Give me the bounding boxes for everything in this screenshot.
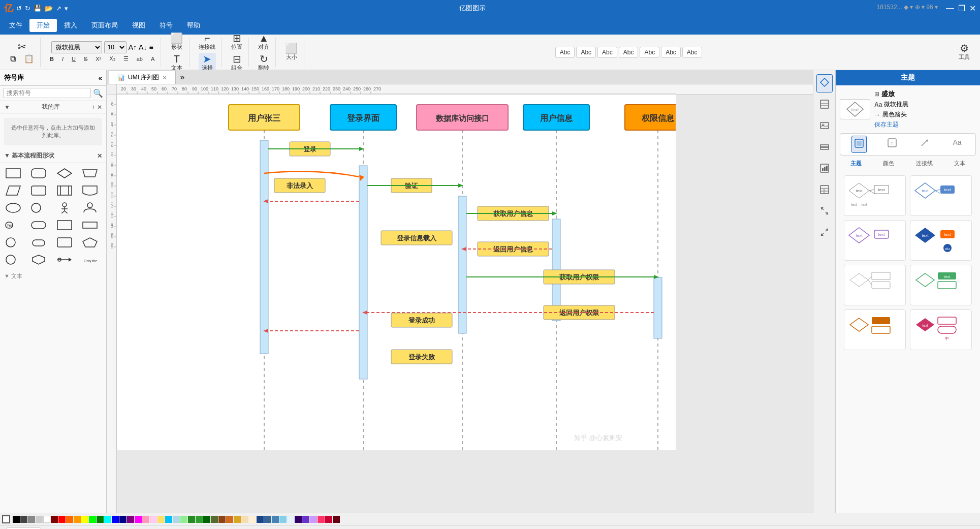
color-swatch-34[interactable]	[302, 516, 309, 523]
shape-circle2[interactable]	[3, 235, 23, 250]
shape-note[interactable]: Only the...	[80, 252, 100, 267]
color-swatch-16[interactable]	[165, 516, 172, 523]
color-mode-btn[interactable]: ≡	[885, 136, 899, 153]
shape-person[interactable]	[54, 200, 75, 215]
color-swatch-2[interactable]	[58, 516, 66, 523]
menu-layout[interactable]: 页面布局	[84, 19, 125, 32]
shape-rounded-rect2[interactable]	[28, 183, 49, 198]
shape-pentagon[interactable]	[80, 235, 100, 250]
theme-mode-btn[interactable]	[851, 136, 867, 153]
color-swatch-gray[interactable]	[28, 516, 35, 523]
color-swatch-4[interactable]	[74, 516, 81, 523]
font-name[interactable]: 微软推黑	[884, 100, 908, 109]
color-swatch-24[interactable]	[226, 516, 233, 523]
fill-color-btn[interactable]	[2, 515, 10, 523]
theme-card-2[interactable]: text text	[910, 175, 972, 216]
shape-yes-no[interactable]: Yes	[3, 217, 23, 233]
menu-file[interactable]: 文件	[2, 19, 29, 32]
shape-process[interactable]	[54, 183, 75, 198]
canvas-tool-chart[interactable]	[817, 161, 832, 178]
tools-btn[interactable]: ⚙ 工具	[956, 42, 973, 62]
shape-circle[interactable]	[28, 200, 49, 215]
color-swatch-14[interactable]	[150, 516, 157, 523]
color-swatch-6[interactable]	[89, 516, 96, 523]
rotate-btn[interactable]: ↻ 翻转	[255, 53, 272, 73]
color-swatch-10[interactable]	[119, 516, 127, 523]
undo-btn[interactable]: ↺	[16, 5, 22, 12]
font-size-decrease-btn[interactable]: A↓	[139, 43, 147, 51]
style-abc-5[interactable]: Abc	[640, 47, 659, 58]
more-btn[interactable]: ▾	[65, 5, 68, 12]
style-abc-4[interactable]: Abc	[619, 47, 639, 58]
color-swatch-5[interactable]	[81, 516, 88, 523]
superscript-btn[interactable]: X²	[92, 55, 104, 63]
theme-card-7[interactable]	[844, 309, 906, 350]
strikethrough-btn[interactable]: S	[81, 55, 90, 63]
color-swatch-32[interactable]	[287, 516, 294, 523]
menu-symbol[interactable]: 符号	[152, 19, 180, 32]
italic-btn[interactable]: I	[59, 55, 67, 63]
shape-cloud[interactable]	[28, 235, 49, 250]
position-btn[interactable]: ⊞ 位置	[228, 32, 245, 52]
color-swatch-21[interactable]	[203, 516, 210, 523]
save-theme-btn[interactable]: 保存主题	[874, 120, 908, 129]
shape-ellipse[interactable]	[3, 200, 23, 215]
canvas-tool-expand[interactable]	[817, 203, 832, 221]
color-swatch-20[interactable]	[196, 516, 203, 523]
connector-tool-btn[interactable]: ⌐ 连接线	[196, 32, 218, 52]
color-swatch-22[interactable]	[211, 516, 218, 523]
size-btn[interactable]: ⬜ 大小	[282, 42, 301, 62]
style-abc-3[interactable]: Abc	[597, 47, 617, 58]
text-mode-btn[interactable]: Aa	[950, 136, 964, 153]
redo-btn[interactable]: ↻	[25, 5, 30, 12]
select-tool-btn[interactable]: ➤ 选择	[199, 53, 216, 73]
shape-rect5[interactable]	[54, 235, 75, 250]
color-swatch-11[interactable]	[127, 516, 134, 523]
align-group-btn[interactable]: ⊟ 组合	[228, 53, 245, 73]
theme-card-5[interactable]	[844, 265, 906, 305]
menu-help[interactable]: 帮助	[180, 19, 207, 32]
color-swatch-38[interactable]	[333, 516, 340, 523]
color-swatch-17[interactable]	[173, 516, 180, 523]
bold-btn[interactable]: B	[47, 55, 57, 63]
color-swatch-23[interactable]	[218, 516, 226, 523]
shape-stadium[interactable]	[28, 217, 49, 233]
close-shapes-btn[interactable]: ✕	[97, 152, 102, 160]
cut-btn[interactable]: ✂	[15, 41, 29, 53]
color-swatch-28[interactable]	[257, 516, 264, 523]
color-swatch-9[interactable]	[112, 516, 119, 523]
close-tab-btn[interactable]: ✕	[162, 74, 167, 81]
theme-preview-diamond[interactable]: text	[840, 99, 870, 119]
color-swatch-7[interactable]	[97, 516, 104, 523]
color-swatch-18[interactable]	[180, 516, 187, 523]
subscript-btn[interactable]: X₂	[106, 54, 118, 63]
collapse-panel-btn[interactable]: «	[99, 74, 102, 82]
theme-card-3[interactable]: text text	[844, 220, 906, 261]
underline-btn[interactable]: U	[69, 55, 79, 63]
shape-user[interactable]	[80, 200, 100, 215]
canvas-tool-compress[interactable]	[817, 225, 832, 242]
save-btn[interactable]: 💾	[34, 5, 42, 12]
color-swatch-31[interactable]	[279, 516, 287, 523]
font-color-btn[interactable]: A	[148, 55, 157, 63]
copy-btn[interactable]: ⧉	[7, 54, 19, 64]
shape-shield[interactable]	[28, 252, 49, 267]
connector-mode-btn[interactable]	[918, 136, 932, 153]
shape-rect3[interactable]	[54, 217, 75, 233]
color-swatch-black[interactable]	[13, 516, 20, 523]
canvas-tool-image[interactable]	[817, 118, 832, 135]
theme-card-1[interactable]: text text text —text	[844, 175, 906, 216]
shape-diamond[interactable]	[54, 166, 75, 181]
style-abc-2[interactable]: Abc	[576, 47, 596, 58]
menu-start[interactable]: 开始	[29, 19, 57, 32]
style-abc-1[interactable]: Abc	[555, 47, 575, 58]
search-input[interactable]	[3, 88, 91, 98]
shape-circle3[interactable]	[3, 252, 23, 267]
shape-rect4[interactable]	[80, 217, 100, 233]
shape-tool-btn[interactable]: ⬜ 形状	[167, 32, 186, 52]
style-abc-7[interactable]: Abc	[682, 47, 702, 58]
color-swatch-darkgray[interactable]	[20, 516, 27, 523]
shape-doc[interactable]	[80, 183, 100, 198]
color-swatch-1[interactable]	[51, 516, 58, 523]
color-swatch-3[interactable]	[66, 516, 73, 523]
